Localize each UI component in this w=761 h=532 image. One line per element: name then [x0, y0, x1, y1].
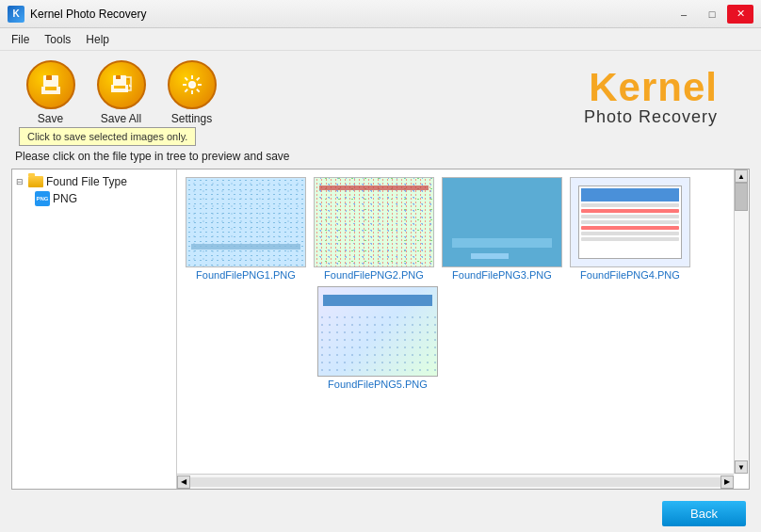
- tree-child-png[interactable]: PNG PNG: [35, 190, 172, 207]
- save-icon: [26, 60, 75, 109]
- thumb4-inner: [578, 185, 682, 259]
- titlebar: K Kernel Photo Recovery – □ ✕: [0, 0, 761, 28]
- thumbnail-label-5: FoundFilePNG5.PNG: [328, 379, 428, 390]
- save-label: Save: [38, 112, 63, 125]
- menubar: File Tools Help: [0, 28, 761, 51]
- settings-svg: [179, 72, 205, 98]
- brand-title: Kernel: [584, 68, 718, 107]
- thumbnail-area: FoundFilePNG1.PNG FoundFilePNG2.PNG: [177, 169, 749, 489]
- thumbnail-img-4: [570, 177, 690, 267]
- tree-png-node[interactable]: PNG PNG: [35, 190, 172, 207]
- scroll-thumb[interactable]: [735, 183, 748, 211]
- menu-file[interactable]: File: [4, 31, 37, 48]
- thumb-solid-blue: [443, 178, 561, 266]
- thumb4-line-3: [581, 215, 679, 218]
- save-tooltip: Click to save selected images only.: [19, 127, 196, 146]
- tree-root-node[interactable]: ⊟ Found File Type: [16, 173, 172, 190]
- thumbnail-label-4: FoundFilePNG4.PNG: [580, 269, 680, 281]
- thumb4-bar: [581, 188, 679, 202]
- thumb4-line-2: [581, 209, 679, 213]
- thumb5-inner: [318, 287, 437, 376]
- content-panel: ⊟ Found File Type PNG PNG: [11, 169, 750, 490]
- titlebar-controls: – □ ✕: [671, 5, 753, 24]
- app-icon: K: [8, 6, 24, 23]
- svg-rect-3: [116, 75, 121, 79]
- toolbar-buttons: Save Save All: [15, 60, 227, 146]
- thumb4-content: [581, 203, 679, 241]
- folder-icon: [28, 176, 43, 187]
- horizontal-scrollbar: ◀ ▶: [177, 474, 734, 489]
- restore-button[interactable]: □: [699, 5, 725, 24]
- thumbnail-label-3: FoundFilePNG3.PNG: [452, 269, 552, 281]
- save-all-svg: [108, 72, 135, 98]
- toolbar-area: Save Save All: [0, 51, 761, 146]
- thumbnail-item-1[interactable]: FoundFilePNG1.PNG: [185, 177, 307, 281]
- thumbnail-item-4[interactable]: FoundFilePNG4.PNG: [569, 177, 691, 281]
- h-scroll-right-arrow[interactable]: ▶: [721, 476, 734, 489]
- thumb5-dots: [318, 314, 437, 376]
- thumb5-bar: [323, 295, 432, 306]
- tree-sidebar: ⊟ Found File Type PNG PNG: [12, 169, 177, 489]
- settings-button-container[interactable]: Settings: [156, 60, 227, 125]
- thumbnail-label-2: FoundFilePNG2.PNG: [324, 269, 424, 281]
- thumb4-line-5: [581, 226, 679, 230]
- brand-kern: Kern: [589, 65, 683, 109]
- brand-area: Kernel Photo Recovery: [584, 60, 746, 127]
- png-icon-container: PNG: [35, 192, 50, 205]
- instruction-text: Please click on the file type in tree to…: [0, 150, 761, 163]
- thumbnail-img-5: [317, 286, 438, 377]
- h-scroll-track: [190, 477, 721, 487]
- back-button[interactable]: Back: [662, 501, 746, 526]
- save-svg: [38, 72, 64, 98]
- thumb4-line-4: [581, 220, 679, 224]
- thumbnail-scroll[interactable]: FoundFilePNG1.PNG FoundFilePNG2.PNG: [177, 169, 749, 489]
- scroll-down-arrow[interactable]: ▼: [735, 460, 748, 474]
- menu-tools[interactable]: Tools: [37, 31, 78, 48]
- brand-subtitle: Photo Recovery: [584, 107, 718, 127]
- folder-icon-container: [28, 175, 43, 188]
- vertical-scrollbar: ▲ ▼: [734, 169, 749, 474]
- thumb4-line-7: [581, 237, 679, 241]
- back-area: Back: [0, 495, 761, 532]
- thumb4-line-1: [581, 203, 679, 207]
- save-all-icon: [97, 60, 146, 109]
- menu-help[interactable]: Help: [78, 31, 117, 48]
- thumbnail-img-3: [442, 177, 562, 267]
- titlebar-left: K Kernel Photo Recovery: [8, 6, 146, 23]
- h-scroll-left-arrow[interactable]: ◀: [177, 476, 190, 489]
- brand-el: el: [683, 65, 718, 109]
- thumb4-line-6: [581, 232, 679, 235]
- expand-icon: ⊟: [16, 177, 24, 186]
- tree-png-label: PNG: [53, 192, 77, 205]
- thumb4-pattern: [571, 178, 689, 266]
- thumbnail-item-2[interactable]: FoundFilePNG2.PNG: [313, 177, 435, 281]
- thumbnail-item-3[interactable]: FoundFilePNG3.PNG: [441, 177, 563, 281]
- main-area: Save Save All: [0, 51, 761, 532]
- tree-root-label: Found File Type: [46, 175, 127, 188]
- thumbnail-img-1: [186, 177, 306, 267]
- thumbnail-label-1: FoundFilePNG1.PNG: [196, 269, 296, 281]
- settings-icon: [168, 60, 217, 109]
- thumbnail-item-5[interactable]: FoundFilePNG5.PNG: [316, 286, 439, 390]
- save-all-button-container[interactable]: Save All: [86, 60, 156, 125]
- titlebar-title: Kernel Photo Recovery: [30, 8, 146, 21]
- minimize-button[interactable]: –: [671, 5, 697, 24]
- close-button[interactable]: ✕: [727, 5, 753, 24]
- thumbnail-img-2: [314, 177, 434, 267]
- svg-rect-1: [46, 75, 52, 80]
- toolbar-row: Save Save All: [15, 60, 227, 125]
- png-icon: PNG: [35, 191, 50, 206]
- thumb-blue-stripe: [452, 238, 552, 248]
- settings-label: Settings: [171, 112, 212, 125]
- save-button-container[interactable]: Save: [15, 60, 86, 125]
- scroll-up-arrow[interactable]: ▲: [735, 169, 748, 183]
- save-all-label: Save All: [101, 112, 141, 125]
